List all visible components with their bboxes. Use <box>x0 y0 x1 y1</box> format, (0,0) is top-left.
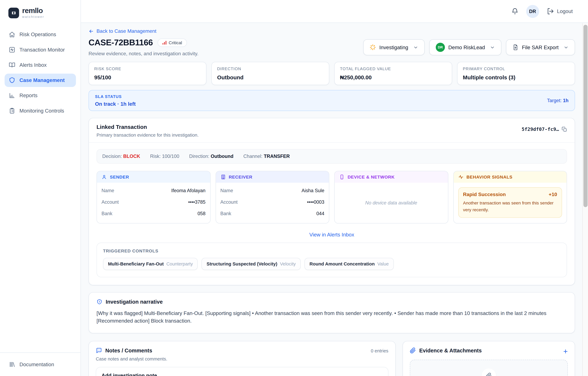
sidebar-item-label: Monitoring Controls <box>20 108 64 114</box>
bank-icon <box>220 174 226 180</box>
stat-label: DIRECTION <box>217 66 324 71</box>
sidebar-item-monitoring-controls[interactable]: Monitoring Controls <box>4 104 76 117</box>
control-tag: Value <box>378 261 389 267</box>
narrative-title: Investigation narrative <box>106 299 163 305</box>
field-value: ••••0003 <box>307 199 324 205</box>
scrollbar-thumb[interactable] <box>583 25 587 207</box>
triggered-controls-label: TRIGGERED CONTROLS <box>103 249 560 253</box>
stat-cards: RISK SCORE 95/100 DIRECTION Outbound TOT… <box>89 62 575 85</box>
user-avatar[interactable]: DR <box>526 5 539 18</box>
evidence-drop-zone[interactable]: No evidence attached yet. Upload documen… <box>410 360 568 376</box>
device-title: DEVICE & NETWORK <box>347 175 395 179</box>
assignee-dropdown[interactable]: DR Demo RiskLead <box>429 39 501 55</box>
control-name: Multi-Beneficiary Fan-Out <box>108 261 164 267</box>
status-dropdown[interactable]: Investigating <box>363 39 425 55</box>
app-root: remllo watchtower Risk Operations Transa… <box>0 0 588 376</box>
page-header: CASE-72BB1166 Critical Review evidence, … <box>89 38 575 56</box>
control-pill: Multi-Beneficiary Fan-Out Counterparty <box>103 258 198 270</box>
back-arrow-icon <box>89 28 94 34</box>
library-icon <box>9 361 15 368</box>
page-subtitle: Review evidence, notes, and investigatio… <box>89 51 199 56</box>
sidebar-footer: Documentation <box>0 352 80 376</box>
sidebar-nav: Risk Operations Transaction Monitor Aler… <box>0 24 80 121</box>
sidebar-item-label: Reports <box>20 93 37 98</box>
sidebar-item-case-management[interactable]: Case Management <box>4 73 76 87</box>
file-sar-export-dropdown[interactable]: File SAR Export <box>506 39 575 55</box>
evidence-title: Evidence & Attachments <box>419 347 482 354</box>
sidebar-item-reports[interactable]: Reports <box>4 89 76 102</box>
field-label: Account <box>102 199 119 205</box>
control-pill: Round Amount Concentration Value <box>304 258 394 270</box>
copy-icon[interactable] <box>562 126 567 132</box>
assignee-label: Demo RiskLead <box>448 44 485 50</box>
view-in-alerts-inbox-link[interactable]: View in Alerts Inbox <box>309 232 354 238</box>
control-name: Round Amount Concentration <box>310 261 375 267</box>
add-note-title: Add investigation note <box>102 373 383 376</box>
transaction-id: 5f29df07-fc9… <box>522 126 567 132</box>
sender-card: SENDER NameIfeoma Afolayan Account••••37… <box>97 171 210 224</box>
investigation-narrative-card: Investigation narrative [Why it was flag… <box>89 292 575 334</box>
linked-transaction-subtitle: Primary transaction evidence for this in… <box>97 132 199 138</box>
channel-value: TRANSFER <box>264 154 290 159</box>
stat-value: 95/100 <box>94 74 201 80</box>
signal-score: +10 <box>549 191 557 197</box>
sidebar-item-label: Alerts Inbox <box>20 62 47 68</box>
control-pill: Structuring Suspected (Velocity) Velocit… <box>202 258 301 270</box>
triggered-controls-section: TRIGGERED CONTROLS Multi-Beneficiary Fan… <box>97 243 567 277</box>
control-name: Structuring Suspected (Velocity) <box>207 261 277 267</box>
assignee-avatar: DR <box>436 43 445 52</box>
bottom-panels: Notes / Comments Case notes and analyst … <box>89 341 575 376</box>
notes-title: Notes / Comments <box>105 347 152 354</box>
sla-label: SLA STATUS <box>95 94 136 99</box>
field-label: Account <box>220 199 238 205</box>
channel-label: Channel: <box>243 154 262 159</box>
sidebar-item-transaction-monitor[interactable]: Transaction Monitor <box>4 43 76 56</box>
chevron-down-icon <box>413 45 418 50</box>
field-value: Ifeoma Afolayan <box>171 188 205 193</box>
stat-label: RISK SCORE <box>94 66 201 71</box>
risk-value: 100/100 <box>162 154 179 159</box>
chevron-down-icon <box>490 45 495 50</box>
sender-title: SENDER <box>110 175 129 179</box>
vertical-scrollbar[interactable] <box>582 23 588 376</box>
notes-comments-card: Notes / Comments Case notes and analyst … <box>89 341 396 376</box>
sidebar: remllo watchtower Risk Operations Transa… <box>0 0 81 376</box>
sidebar-item-documentation[interactable]: Documentation <box>4 358 76 371</box>
sidebar-item-label: Risk Operations <box>20 32 56 37</box>
decision-value: BLOCK <box>123 154 140 159</box>
receiver-title: RECEIVER <box>229 175 252 179</box>
behavior-title: BEHAVIOR SIGNALS <box>466 175 512 179</box>
shield-icon <box>9 77 15 84</box>
file-download-icon <box>512 44 518 50</box>
stat-label: PRIMARY CONTROL <box>463 66 569 71</box>
home-icon <box>9 31 15 38</box>
remllo-logo-icon <box>8 8 19 18</box>
paperclip-icon <box>485 372 492 376</box>
back-to-case-management-link[interactable]: Back to Case Management <box>89 28 156 34</box>
field-label: Name <box>102 188 114 193</box>
chevron-down-icon <box>564 45 568 50</box>
field-label: Bank <box>220 211 231 216</box>
shield-icon <box>97 299 102 305</box>
sidebar-item-alerts-inbox[interactable]: Alerts Inbox <box>4 58 76 72</box>
main-column: DR Logout Back to Case Management CASE-7… <box>81 0 588 376</box>
add-evidence-button[interactable]: + <box>563 347 568 355</box>
sidebar-item-risk-operations[interactable]: Risk Operations <box>4 28 76 41</box>
stat-value: Multiple controls (3) <box>463 74 569 80</box>
loader-icon <box>370 44 376 50</box>
field-value: 044 <box>316 211 324 216</box>
transaction-id-value: 5f29df07-fc9… <box>522 126 559 132</box>
page-title: CASE-72BB1166 <box>89 38 153 48</box>
sidebar-item-label: Case Management <box>20 77 65 83</box>
paperclip-circle <box>482 368 496 376</box>
add-note-section: Add investigation note <box>96 367 388 376</box>
severity-badge: Critical <box>158 39 187 47</box>
stat-risk-score: RISK SCORE 95/100 <box>89 62 206 85</box>
linked-transaction-card: Linked Transaction Primary transaction e… <box>89 118 575 285</box>
back-link-label: Back to Case Management <box>97 28 156 34</box>
logout-button[interactable]: Logout <box>547 8 573 15</box>
field-value: ••••3785 <box>188 199 205 205</box>
monitor-activity-icon <box>9 47 15 53</box>
stat-label: TOTAL FLAGGED VALUE <box>340 66 446 71</box>
notifications-button[interactable] <box>511 8 518 15</box>
